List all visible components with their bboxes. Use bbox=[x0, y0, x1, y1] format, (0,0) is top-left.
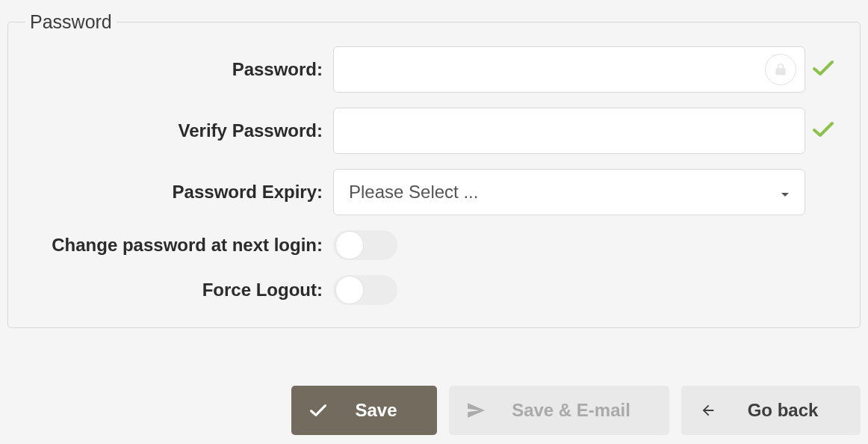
paper-plane-icon bbox=[449, 401, 503, 420]
go-back-button-label: Go back bbox=[735, 400, 861, 421]
password-fieldset: Password Password: Verify Password: Pass… bbox=[7, 11, 861, 328]
go-back-button[interactable]: Go back bbox=[681, 386, 861, 435]
button-bar: Save Save & E-mail Go back bbox=[291, 386, 861, 435]
password-input[interactable] bbox=[333, 46, 805, 93]
save-email-button: Save & E-mail bbox=[449, 386, 669, 435]
check-icon bbox=[813, 121, 834, 141]
fieldset-legend: Password bbox=[25, 11, 117, 33]
toggle-knob bbox=[335, 276, 364, 304]
password-expiry-select[interactable]: Please Select ... bbox=[333, 169, 805, 215]
force-logout-toggle[interactable] bbox=[333, 275, 397, 305]
password-expiry-label: Password Expiry: bbox=[19, 182, 333, 203]
force-logout-label: Force Logout: bbox=[19, 280, 333, 300]
select-value: Please Select ... bbox=[349, 182, 478, 203]
save-button-label: Save bbox=[345, 400, 437, 421]
change-next-login-label: Change password at next login: bbox=[19, 235, 333, 256]
check-icon bbox=[813, 60, 834, 79]
save-email-button-label: Save & E-mail bbox=[503, 400, 669, 421]
toggle-knob bbox=[335, 231, 364, 259]
save-button[interactable]: Save bbox=[291, 386, 437, 435]
verify-password-input[interactable] bbox=[333, 108, 805, 154]
check-icon bbox=[291, 404, 345, 417]
chevron-down-icon bbox=[781, 182, 790, 203]
verify-password-label: Verify Password: bbox=[19, 120, 333, 141]
change-next-login-toggle[interactable] bbox=[333, 230, 397, 260]
password-label: Password: bbox=[19, 59, 333, 80]
arrow-left-icon bbox=[681, 402, 735, 419]
lock-icon[interactable] bbox=[765, 54, 796, 85]
